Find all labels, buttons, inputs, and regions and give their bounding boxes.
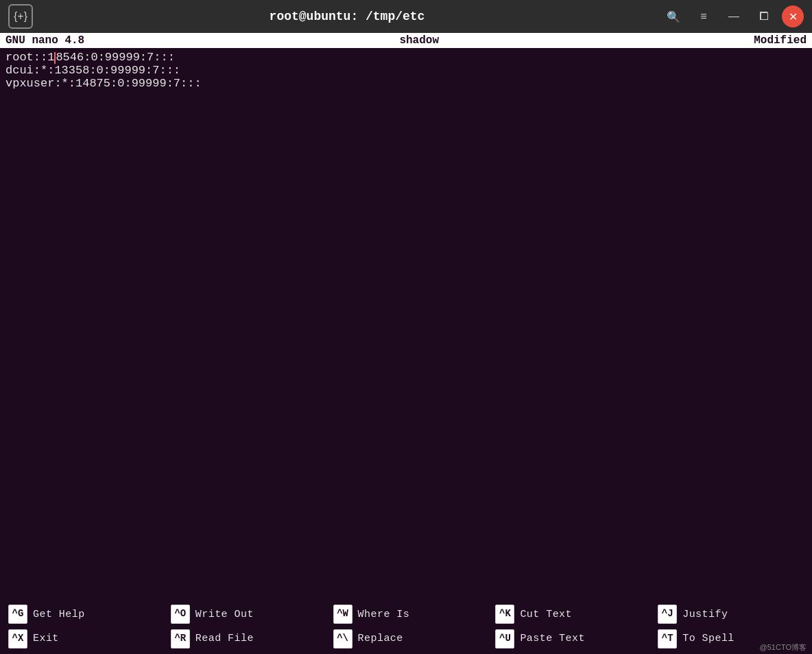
kbd-r1-4: ^J — [658, 605, 677, 624]
shortcut-group-r1-3: ^KCut Text — [487, 602, 649, 627]
kbd-r2-2: ^\ — [333, 629, 353, 649]
shortcut-label-r1-2: Where Is — [358, 606, 410, 624]
kbd-r2-3: ^U — [495, 629, 514, 649]
shortcut-label-r1-4: Justify — [682, 606, 728, 624]
shortcut-group-r2-2: ^\Replace — [325, 627, 488, 651]
terminal-icon-button[interactable]: {+} — [8, 4, 33, 29]
watermark: @51CTO博客 — [760, 642, 807, 653]
shortcut-group-r1-0: ^GGet Help — [0, 602, 163, 627]
shortcut-label-r2-4: To Spell — [682, 630, 735, 648]
shortcut-item-r1-2: ^WWhere Is — [333, 605, 479, 624]
title-bar-left: {+} — [8, 4, 33, 29]
kbd-r2-0: ^X — [8, 629, 27, 649]
title-bar: {+} root@ubuntu: /tmp/etc 🔍 ≡ — ⧠ ✕ — [0, 0, 812, 33]
shortcut-item-r1-1: ^OWrite Out — [171, 605, 317, 624]
kbd-r1-2: ^W — [333, 605, 353, 624]
shortcut-group-r1-1: ^OWrite Out — [163, 602, 325, 627]
maximize-button[interactable]: ⧠ — [752, 4, 776, 29]
shortcut-row-2: ^XExit^RRead File^\Replace^UPaste Text^T… — [0, 627, 812, 651]
shortcut-group-r2-3: ^UPaste Text — [487, 627, 649, 651]
editor-line-0: root::18546:0:99999:7::: — [5, 51, 807, 64]
kbd-r2-1: ^R — [171, 629, 190, 649]
minimize-button[interactable]: — — [721, 4, 746, 29]
shortcut-item-r2-3: ^UPaste Text — [495, 629, 641, 649]
shortcut-item-r2-2: ^\Replace — [333, 629, 479, 649]
nano-header: GNU nano 4.8 shadow Modified — [0, 33, 812, 48]
shortcut-group-r1-4: ^JJustify — [649, 602, 812, 627]
nano-filename: shadow — [399, 34, 439, 47]
shortcut-label-r2-1: Read File — [195, 630, 254, 648]
shortcut-group-r2-0: ^XExit — [0, 627, 163, 651]
kbd-r1-1: ^O — [171, 605, 190, 624]
nano-footer: ^GGet Help^OWrite Out^WWhere Is^KCut Tex… — [0, 596, 812, 654]
editor-line-2: vpxuser:*:14875:0:99999:7::: — [5, 77, 807, 90]
shortcut-item-r2-0: ^XExit — [8, 629, 154, 649]
kbd-r1-0: ^G — [8, 605, 27, 624]
shortcut-item-r1-0: ^GGet Help — [8, 605, 154, 624]
shortcut-group-r1-2: ^WWhere Is — [325, 602, 488, 627]
shortcut-label-r1-1: Write Out — [195, 606, 254, 624]
menu-button[interactable]: ≡ — [691, 4, 716, 29]
shortcut-label-r2-2: Replace — [358, 630, 403, 648]
shortcut-label-r2-3: Paste Text — [520, 630, 585, 648]
shortcut-item-r1-4: ^JJustify — [658, 605, 804, 624]
window-title: root@ubuntu: /tmp/etc — [38, 10, 656, 23]
search-button[interactable]: 🔍 — [661, 4, 686, 29]
shortcut-group-r2-1: ^RRead File — [163, 627, 325, 651]
shortcut-item-r1-3: ^KCut Text — [495, 605, 641, 624]
kbd-r2-4: ^T — [658, 629, 677, 649]
editor-content[interactable]: root::18546:0:99999:7:::dcui:*:13358:0:9… — [0, 48, 812, 596]
shortcut-label-r1-0: Get Help — [33, 606, 85, 624]
title-bar-controls: 🔍 ≡ — ⧠ ✕ — [661, 4, 804, 29]
shortcut-label-r1-3: Cut Text — [520, 606, 572, 624]
nano-version: GNU nano 4.8 — [5, 34, 84, 47]
shortcut-label-r2-0: Exit — [33, 630, 59, 648]
editor-wrapper: GNU nano 4.8 shadow Modified root::18546… — [0, 33, 812, 654]
editor-line-1: dcui:*:13358:0:99999:7::: — [5, 64, 807, 77]
shortcut-item-r2-1: ^RRead File — [171, 629, 317, 649]
kbd-r1-3: ^K — [495, 605, 514, 624]
shortcut-row-1: ^GGet Help^OWrite Out^WWhere Is^KCut Tex… — [0, 602, 812, 627]
close-button[interactable]: ✕ — [782, 5, 804, 27]
nano-status: Modified — [754, 34, 807, 47]
text-cursor — [54, 52, 56, 64]
